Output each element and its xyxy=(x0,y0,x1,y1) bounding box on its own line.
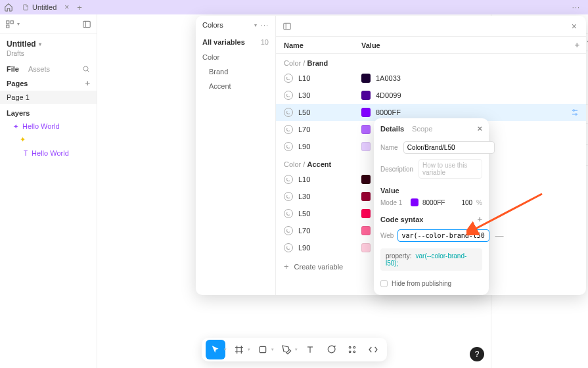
edit-variable-icon[interactable] xyxy=(570,108,586,117)
color-type-icon xyxy=(284,175,293,184)
color-swatch xyxy=(361,243,371,252)
category-accent[interactable]: Accent xyxy=(196,79,275,93)
percent-symbol: % xyxy=(476,199,482,206)
color-type-icon xyxy=(284,91,293,100)
text-tool[interactable] xyxy=(300,340,320,359)
add-syntax-button[interactable]: + xyxy=(477,214,482,224)
draft-file-icon xyxy=(22,3,29,11)
tab-scope[interactable]: Scope xyxy=(412,125,432,133)
svg-point-22 xyxy=(349,351,351,353)
file-location[interactable]: Drafts xyxy=(7,50,90,57)
color-type-icon xyxy=(284,243,293,252)
svg-rect-7 xyxy=(284,23,291,29)
svg-point-21 xyxy=(353,346,355,348)
svg-point-5 xyxy=(83,66,88,71)
shape-tool[interactable] xyxy=(253,340,273,359)
tab-assets[interactable]: Assets xyxy=(28,65,50,73)
layer-item[interactable]: ✦ xyxy=(0,133,97,147)
variable-name: L50 xyxy=(298,210,310,218)
name-label: Name xyxy=(380,144,398,151)
search-icon[interactable] xyxy=(82,65,90,73)
layer-component[interactable]: ✦ Hello World xyxy=(0,120,97,133)
all-variables-filter[interactable]: All variables xyxy=(202,38,245,46)
variable-name: L10 xyxy=(298,74,310,82)
variable-name: L30 xyxy=(298,193,310,200)
description-label: Description xyxy=(380,166,413,173)
move-tool[interactable] xyxy=(206,340,225,359)
home-button[interactable] xyxy=(3,1,14,13)
chevron-down-icon[interactable]: ▾ xyxy=(17,21,20,27)
file-title[interactable]: Untitled ▾ xyxy=(7,39,90,49)
variable-row[interactable]: L101A0033 xyxy=(276,70,586,87)
help-button[interactable]: ? xyxy=(470,347,484,361)
collection-selector[interactable]: Colors xyxy=(202,21,223,29)
color-swatch xyxy=(361,108,371,117)
svg-rect-1 xyxy=(11,20,13,23)
frame-tool[interactable] xyxy=(229,340,249,359)
variable-name: L10 xyxy=(298,175,310,183)
color-type-icon xyxy=(284,74,293,83)
svg-rect-0 xyxy=(7,20,9,23)
text-layer-icon: T xyxy=(24,150,28,157)
description-input[interactable]: How to use this variable xyxy=(418,159,482,179)
variable-name: L50 xyxy=(298,108,310,116)
page-item[interactable]: Page 1 xyxy=(0,91,97,104)
opacity-value[interactable]: 100 xyxy=(454,199,472,206)
web-label: Web xyxy=(380,232,394,239)
collection-more-button[interactable]: ··· xyxy=(261,21,269,29)
color-swatch xyxy=(361,175,371,184)
color-swatch[interactable] xyxy=(411,198,418,206)
chevron-down-icon[interactable]: ▾ xyxy=(254,22,257,28)
category-color[interactable]: Color xyxy=(196,50,275,64)
svg-rect-3 xyxy=(83,21,91,27)
panel-toggle-icon[interactable] xyxy=(82,20,91,29)
mode-label: Mode 1 xyxy=(380,199,407,206)
hide-from-publishing-checkbox[interactable] xyxy=(380,280,388,287)
color-type-icon xyxy=(284,125,293,134)
web-syntax-input[interactable] xyxy=(397,229,489,242)
close-modal-button[interactable]: × xyxy=(569,21,579,32)
window-overflow-button[interactable]: ··· xyxy=(567,3,585,11)
color-hex[interactable]: 8000FF xyxy=(422,199,445,206)
hide-label: Hide from publishing xyxy=(392,280,451,287)
variable-hex: 1A0033 xyxy=(376,74,401,82)
layer-text[interactable]: T Hello World xyxy=(0,147,97,160)
file-tab[interactable]: Untitled xyxy=(17,1,62,13)
file-title-label: Untitled xyxy=(7,39,36,49)
comment-tool[interactable] xyxy=(321,340,341,359)
variable-name-input[interactable] xyxy=(403,141,495,154)
tab-file[interactable]: File xyxy=(7,65,19,73)
variable-name: L70 xyxy=(298,126,310,133)
variable-row[interactable]: L304D0099 xyxy=(276,87,586,104)
variable-name: L70 xyxy=(298,227,310,235)
color-swatch xyxy=(361,209,371,218)
left-sidebar-top: ▾ xyxy=(0,14,97,34)
close-tab-button[interactable]: × xyxy=(62,3,72,12)
chevron-down-icon: ▾ xyxy=(39,41,41,47)
category-brand[interactable]: Brand xyxy=(196,64,275,79)
instance-icon: ✦ xyxy=(20,135,26,144)
new-tab-button[interactable]: + xyxy=(72,3,87,12)
add-mode-button[interactable]: + xyxy=(568,40,586,50)
color-type-icon xyxy=(284,108,293,117)
variable-count: 10 xyxy=(261,38,269,46)
column-value-header: Value xyxy=(359,41,568,49)
pen-tool[interactable] xyxy=(277,340,296,359)
color-swatch xyxy=(361,142,371,151)
panel-toggle-icon[interactable] xyxy=(283,22,292,31)
remove-syntax-button[interactable]: — xyxy=(493,231,505,241)
variable-details-popover: Details Scope × Name Description How to … xyxy=(374,118,489,295)
color-type-icon xyxy=(284,142,293,151)
actions-tool[interactable] xyxy=(342,340,362,359)
tab-details[interactable]: Details xyxy=(380,125,404,133)
layer-label: Hello World xyxy=(22,122,60,130)
close-popover-button[interactable]: × xyxy=(477,124,482,133)
svg-line-6 xyxy=(87,70,89,72)
component-icon: ✦ xyxy=(13,123,18,130)
dev-mode-tool[interactable] xyxy=(363,340,383,359)
tool-toolbar: ▾ ▾ ▾ ▾ xyxy=(202,338,387,361)
add-page-button[interactable]: + xyxy=(85,78,90,88)
project-icon[interactable] xyxy=(5,20,14,29)
svg-point-12 xyxy=(576,114,577,115)
variables-sidebar: Colors ▾ ··· All variables 10 Color Bran… xyxy=(196,16,276,295)
